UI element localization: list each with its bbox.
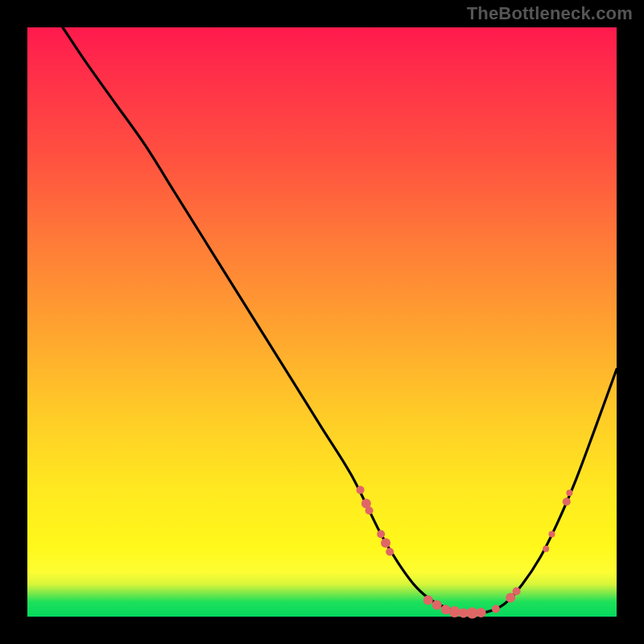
curve-marker (449, 606, 460, 617)
curve-marker (423, 596, 433, 605)
curve-marker (357, 486, 365, 494)
curve-marker (386, 548, 394, 556)
curve-marker (365, 506, 374, 514)
curve-marker (563, 497, 571, 506)
curve-marker (543, 546, 549, 552)
curve-marker (513, 588, 521, 596)
watermark-text: TheBottleneck.com (467, 3, 633, 24)
curve-markers (357, 486, 573, 619)
curve-svg (27, 27, 617, 617)
curve-marker (467, 608, 478, 619)
gradient-plot-area (27, 27, 617, 617)
curve-marker (432, 600, 442, 609)
curve-marker (381, 539, 390, 548)
curve-marker (492, 605, 500, 613)
curve-marker (549, 531, 555, 538)
curve-marker (506, 593, 515, 603)
curve-marker (377, 530, 385, 539)
curve-marker (566, 489, 572, 496)
curve-marker (477, 608, 486, 617)
bottleneck-curve (63, 27, 617, 613)
chart-frame: TheBottleneck.com (0, 0, 644, 644)
